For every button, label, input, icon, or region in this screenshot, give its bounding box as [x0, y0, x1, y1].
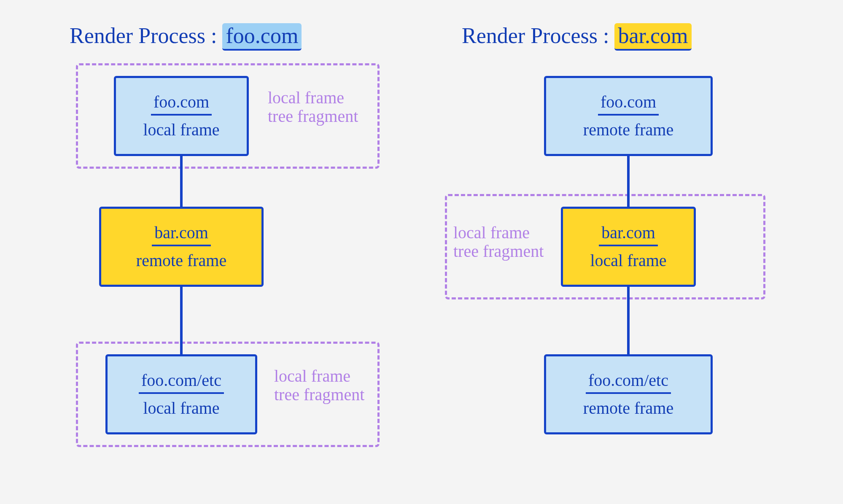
right-node-1: foo.com remote frame	[544, 76, 713, 156]
heading-right-prefix: Render Process :	[462, 24, 609, 48]
left-node-3-kind: local frame	[143, 398, 220, 418]
left-connector-1	[180, 156, 183, 207]
fragment-label-left-2: local frame tree fragment	[274, 367, 364, 404]
heading-right: Render Process : bar.com	[462, 23, 692, 51]
heading-right-site: bar.com	[614, 23, 691, 51]
right-node-1-kind: remote frame	[583, 120, 673, 140]
left-node-1-url: foo.com	[151, 92, 212, 116]
right-connector-1	[627, 156, 630, 207]
left-node-2: bar.com remote frame	[99, 207, 264, 287]
left-connector-2	[180, 287, 183, 354]
right-node-3-url: foo.com/etc	[586, 370, 671, 394]
left-node-2-kind: remote frame	[136, 251, 226, 271]
left-node-1: foo.com local frame	[114, 76, 249, 156]
right-node-3: foo.com/etc remote frame	[544, 354, 713, 434]
fragment-label-right: local frame tree fragment	[453, 224, 544, 261]
right-node-2-url: bar.com	[599, 223, 658, 246]
fragment-label-left-1: local frame tree fragment	[268, 89, 358, 126]
right-node-2: bar.com local frame	[561, 207, 696, 287]
left-node-3: foo.com/etc local frame	[105, 354, 257, 434]
left-node-2-url: bar.com	[152, 223, 211, 246]
diagram-stage: Render Process : foo.com Render Process …	[0, 0, 843, 504]
heading-left-site: foo.com	[222, 23, 302, 51]
right-node-3-kind: remote frame	[583, 398, 673, 418]
right-node-2-kind: local frame	[590, 251, 667, 271]
heading-left: Render Process : foo.com	[70, 23, 302, 51]
right-connector-2	[627, 287, 630, 354]
left-node-1-kind: local frame	[143, 120, 220, 140]
heading-left-prefix: Render Process :	[70, 24, 217, 48]
right-node-1-url: foo.com	[598, 92, 659, 116]
left-node-3-url: foo.com/etc	[139, 370, 224, 394]
